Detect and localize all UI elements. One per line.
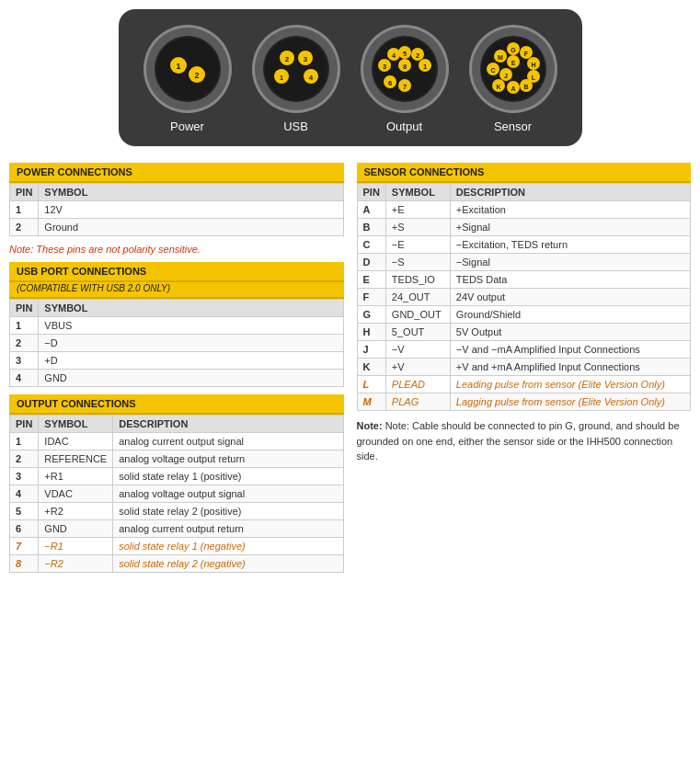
usb-outer-ring: 2 3 1 4 — [255, 28, 338, 110]
table-row: 5+R2solid state relay 2 (positive) — [10, 503, 344, 520]
pin-cell: F — [357, 289, 385, 306]
symbol-cell: TEDS_IO — [385, 271, 450, 289]
pin-cell: 2 — [10, 219, 39, 236]
pin-cell: 5 — [10, 503, 39, 520]
svg-text:2: 2 — [194, 71, 199, 80]
symbol-cell: +R1 — [39, 468, 113, 485]
desc-cell: +Signal — [450, 219, 690, 236]
connector-box: 1 2 Power 2 — [119, 9, 582, 146]
pin-cell: 3 — [10, 468, 39, 485]
table-row: 2Ground — [10, 219, 344, 236]
svg-text:4: 4 — [308, 74, 313, 82]
sensor-outer-ring: G F H M E L C J — [472, 28, 555, 110]
symbol-cell: +R2 — [39, 503, 113, 520]
svg-text:1: 1 — [176, 62, 180, 71]
svg-text:B: B — [523, 84, 528, 90]
output-label: Output — [386, 120, 422, 133]
svg-text:6: 6 — [387, 79, 391, 87]
table-row: F24_OUT24V output — [357, 289, 691, 306]
right-tables: SENSOR CONNECTIONS PIN SYMBOL DESCRIPTIO… — [357, 163, 692, 580]
svg-text:J: J — [504, 73, 508, 79]
desc-cell: analog voltage output signal — [113, 485, 343, 503]
desc-cell: Lagging pulse from sensor (Elite Version… — [450, 393, 690, 411]
sensor-th-symbol: SYMBOL — [385, 184, 450, 201]
pin-cell: D — [357, 254, 385, 271]
output-th-symbol: SYMBOL — [39, 416, 113, 433]
table-row: 4GND — [10, 370, 344, 387]
pin-cell: B — [357, 219, 385, 236]
pin-cell: 6 — [10, 520, 39, 538]
table-row: ETEDS_IOTEDS Data — [357, 271, 691, 289]
usb-label: USB — [283, 120, 308, 133]
output-connector: 4 5 3 8 1 6 7 2 — [363, 28, 446, 133]
table-row: MPLAGLagging pulse from sensor (Elite Ve… — [357, 393, 691, 411]
symbol-cell: +S — [385, 219, 450, 236]
output-th-pin: PIN — [10, 416, 39, 433]
desc-cell: 24V output — [450, 289, 690, 306]
svg-text:E: E — [511, 60, 515, 66]
pin-cell: 7 — [10, 538, 39, 555]
usb-th-pin: PIN — [10, 300, 39, 317]
pin-cell: 8 — [10, 555, 39, 573]
symbol-cell: +D — [39, 352, 343, 370]
symbol-cell: +E — [385, 201, 450, 219]
svg-text:1: 1 — [279, 74, 283, 82]
table-row: 3+R1solid state relay 1 (positive) — [10, 468, 344, 485]
tables-area: POWER CONNECTIONS PIN SYMBOL 112V2Ground… — [9, 163, 691, 580]
symbol-cell: 5_OUT — [385, 324, 450, 341]
pin-cell: M — [357, 393, 385, 411]
symbol-cell: GND_OUT — [385, 306, 450, 324]
desc-cell: solid state relay 2 (positive) — [113, 503, 343, 520]
table-row: 1VBUS — [10, 317, 344, 335]
desc-cell: +Excitation — [450, 201, 690, 219]
svg-text:1: 1 — [422, 63, 426, 71]
desc-cell: TEDS Data — [450, 271, 690, 289]
symbol-cell: −R1 — [39, 538, 113, 555]
output-outer-ring: 4 5 3 8 1 6 7 2 — [363, 28, 446, 110]
sensor-note-text: Note: Cable should be connected to pin G… — [357, 420, 680, 462]
pin-cell: C — [357, 236, 385, 254]
usb-table: PIN SYMBOL 1VBUS2−D3+D4GND — [9, 299, 344, 387]
connector-diagram: 1 2 Power 2 — [9, 9, 691, 146]
power-th-pin: PIN — [10, 184, 39, 201]
power-label: Power — [170, 120, 204, 133]
symbol-cell: 12V — [39, 201, 343, 219]
symbol-cell: 24_OUT — [385, 289, 450, 306]
power-note: Note: These pins are not polarity sensit… — [9, 244, 344, 255]
table-row: D−S−Signal — [357, 254, 691, 271]
symbol-cell: +V — [385, 359, 450, 376]
pin-cell: 4 — [10, 370, 39, 387]
svg-text:5: 5 — [402, 50, 406, 58]
svg-text:3: 3 — [303, 55, 307, 63]
svg-text:K: K — [496, 84, 500, 90]
symbol-cell: IDAC — [39, 433, 113, 450]
power-outer-ring: 1 2 — [146, 28, 229, 110]
table-row: 2−D — [10, 335, 344, 352]
sensor-table: PIN SYMBOL DESCRIPTION A+E+ExcitationB+S… — [357, 183, 692, 411]
svg-text:G: G — [511, 47, 516, 53]
desc-cell: solid state relay 1 (negative) — [113, 538, 343, 555]
symbol-cell: GND — [39, 520, 113, 538]
table-row: K+V+V and +mA Amplified Input Connection… — [357, 359, 691, 376]
desc-cell: 5V Output — [450, 324, 690, 341]
output-th-desc: DESCRIPTION — [113, 416, 343, 433]
svg-text:C: C — [490, 67, 495, 74]
desc-cell: −Excitation, TEDS return — [450, 236, 690, 254]
sensor-th-desc: DESCRIPTION — [450, 184, 690, 201]
symbol-cell: −D — [39, 335, 343, 352]
pin-cell: K — [357, 359, 385, 376]
output-table: PIN SYMBOL DESCRIPTION 1IDACanalog curre… — [9, 415, 344, 573]
table-row: 7−R1solid state relay 1 (negative) — [10, 538, 344, 555]
symbol-cell: VDAC — [39, 485, 113, 503]
table-row: A+E+Excitation — [357, 201, 691, 219]
pin-cell: L — [357, 376, 385, 393]
table-row: 112V — [10, 201, 344, 219]
svg-text:2: 2 — [284, 55, 289, 63]
pin-cell: 4 — [10, 485, 39, 503]
usb-inner-body: 2 3 1 4 — [263, 36, 329, 102]
pin-cell: 1 — [10, 433, 39, 450]
pin-cell: E — [357, 271, 385, 289]
desc-cell: −V and −mA Amplified Input Connections — [450, 341, 690, 359]
svg-text:8: 8 — [402, 63, 406, 71]
svg-point-0 — [156, 38, 219, 100]
